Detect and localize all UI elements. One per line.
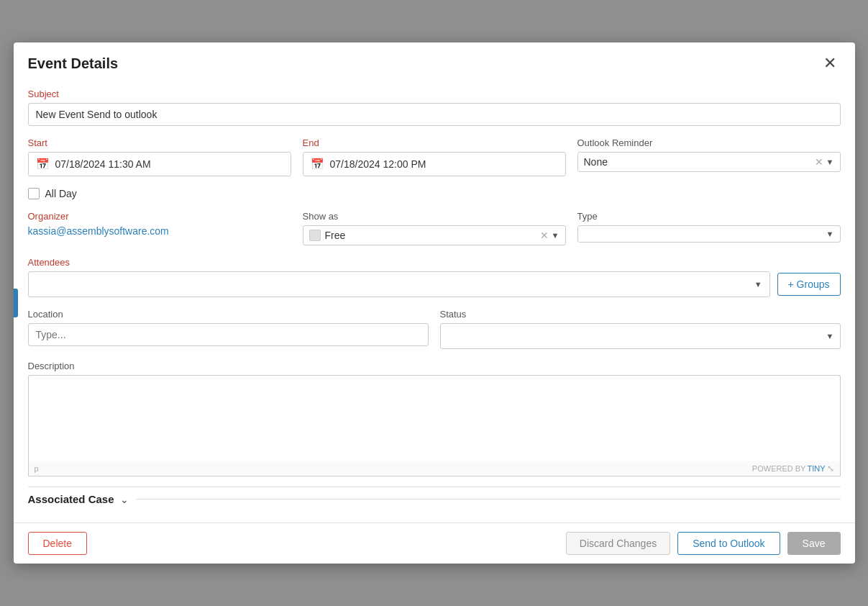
clear-reminder-icon[interactable]: ✕ xyxy=(815,156,823,168)
type-section: Type ▼ xyxy=(577,211,841,245)
discard-changes-button[interactable]: Discard Changes xyxy=(566,532,670,555)
type-select[interactable]: ▼ xyxy=(577,225,841,243)
delete-button[interactable]: Delete xyxy=(28,532,87,555)
location-label: Location xyxy=(28,309,429,320)
outlook-reminder-label: Outlook Reminder xyxy=(577,137,841,148)
description-section: Description p POWERED BY TINY ⤡ xyxy=(28,361,841,476)
show-as-label: Show as xyxy=(303,211,566,222)
show-as-section: Show as Free ✕ ▼ xyxy=(303,211,566,245)
organizer-label: Organizer xyxy=(28,211,291,222)
start-label: Start xyxy=(28,137,291,148)
subject-section: Subject xyxy=(28,89,841,126)
subject-label: Subject xyxy=(28,89,841,99)
start-end-reminder-row: Start 📅 07/18/2024 11:30 AM End 📅 07/18/… xyxy=(28,137,841,176)
all-day-checkbox[interactable] xyxy=(28,188,40,199)
end-section: End 📅 07/18/2024 12:00 PM xyxy=(303,137,566,176)
start-section: Start 📅 07/18/2024 11:30 AM xyxy=(28,137,291,176)
show-as-color-swatch xyxy=(309,230,321,241)
organizer-section: Organizer kassia@assemblysoftware.com xyxy=(28,211,291,245)
sidebar-indicator xyxy=(14,289,18,317)
organizer-email: kassia@assemblysoftware.com xyxy=(28,225,291,237)
powered-by-text: POWERED BY xyxy=(752,464,806,473)
show-as-select[interactable]: Free ✕ ▼ xyxy=(303,225,566,245)
end-label: End xyxy=(303,137,566,148)
type-label: Type xyxy=(577,211,841,222)
modal-title: Event Details xyxy=(28,55,119,72)
status-select[interactable]: ▼ xyxy=(440,323,841,349)
status-section: Status ▼ xyxy=(440,309,841,349)
outlook-reminder-section: Outlook Reminder None ✕ ▼ xyxy=(577,137,841,176)
status-dropdown-arrow[interactable]: ▼ xyxy=(826,332,834,340)
type-dropdown-arrow[interactable]: ▼ xyxy=(826,230,834,238)
modal-overlay: Event Details ✕ Subject Start 📅 07/18/20… xyxy=(0,0,868,606)
attendees-input-wrap: ▼ + Groups xyxy=(28,271,841,297)
associated-case-chevron: ⌄ xyxy=(120,494,129,505)
organizer-row: Organizer kassia@assemblysoftware.com Sh… xyxy=(28,211,841,245)
associated-case-divider xyxy=(136,499,841,499)
associated-case-row[interactable]: Associated Case ⌄ xyxy=(28,487,841,511)
editor-p-indicator: p xyxy=(35,464,39,473)
save-button[interactable]: Save xyxy=(787,532,841,555)
footer-right: Discard Changes Send to Outlook Save xyxy=(566,532,841,555)
calendar-icon-end: 📅 xyxy=(311,158,324,171)
attendees-section: Attendees ▼ + Groups xyxy=(28,257,841,297)
outlook-reminder-value: None xyxy=(584,156,815,168)
all-day-row: All Day xyxy=(28,188,841,199)
status-label: Status xyxy=(440,309,841,320)
clear-show-as-icon[interactable]: ✕ xyxy=(540,230,549,241)
outlook-reminder-select[interactable]: None ✕ ▼ xyxy=(577,152,841,172)
resize-icon: ⤡ xyxy=(827,463,834,474)
associated-case-label: Associated Case xyxy=(28,493,114,505)
location-status-row: Location Status ▼ xyxy=(28,309,841,349)
end-value: 07/18/2024 12:00 PM xyxy=(330,158,426,170)
location-input[interactable] xyxy=(28,323,429,346)
all-day-label: All Day xyxy=(45,188,77,199)
calendar-icon-start: 📅 xyxy=(36,158,50,171)
show-as-dropdown-arrow[interactable]: ▼ xyxy=(552,231,559,240)
send-to-outlook-button[interactable]: Send to Outlook xyxy=(677,532,780,555)
description-label: Description xyxy=(28,361,841,371)
editor-footer: p POWERED BY TINY ⤡ xyxy=(28,461,841,476)
attendees-dropdown-arrow[interactable]: ▼ xyxy=(754,280,762,289)
location-section: Location xyxy=(28,309,429,349)
show-as-value: Free xyxy=(325,230,540,241)
start-value: 07/18/2024 11:30 AM xyxy=(55,158,151,170)
end-date-input[interactable]: 📅 07/18/2024 12:00 PM xyxy=(303,152,566,176)
attendees-label: Attendees xyxy=(28,257,841,268)
groups-button[interactable]: + Groups xyxy=(777,273,841,296)
description-editor[interactable] xyxy=(28,375,841,461)
attendees-select[interactable]: ▼ xyxy=(28,271,770,297)
close-button[interactable]: ✕ xyxy=(819,54,841,73)
subject-input[interactable] xyxy=(28,103,841,126)
reminder-dropdown-arrow[interactable]: ▼ xyxy=(826,158,834,166)
powered-by-brand: TINY xyxy=(807,464,825,473)
event-details-modal: Event Details ✕ Subject Start 📅 07/18/20… xyxy=(14,42,855,564)
start-date-input[interactable]: 📅 07/18/2024 11:30 AM xyxy=(28,152,291,176)
modal-footer: Delete Discard Changes Send to Outlook S… xyxy=(14,523,855,564)
modal-body: Subject Start 📅 07/18/2024 11:30 AM End … xyxy=(14,81,855,523)
powered-by-row: POWERED BY TINY ⤡ xyxy=(752,463,834,474)
modal-header: Event Details ✕ xyxy=(14,42,855,81)
